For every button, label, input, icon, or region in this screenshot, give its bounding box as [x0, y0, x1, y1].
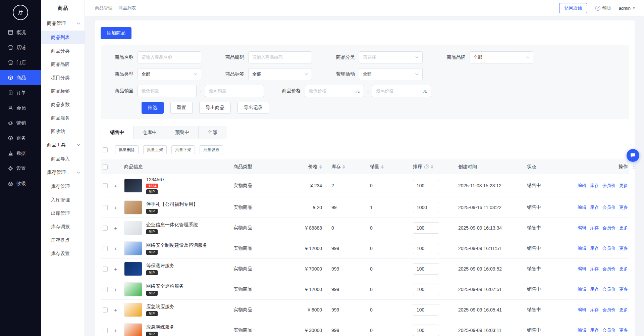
sort-order-input[interactable]	[413, 325, 439, 336]
expand-row-button[interactable]: +	[114, 183, 117, 189]
expand-row-button[interactable]: +	[114, 287, 117, 292]
tab-全部[interactable]: 全部	[198, 126, 226, 139]
sort-arrows-icon[interactable]	[431, 165, 433, 169]
filter-select-商品分类[interactable]: 请选择	[359, 51, 423, 63]
product-name[interactable]: 网络安全制度建设及咨询服务	[146, 242, 207, 248]
row-checkbox[interactable]	[103, 328, 108, 333]
product-name[interactable]: 企业信息一体化管理系统	[146, 222, 198, 228]
sidebar-item-订单[interactable]: 订单	[0, 85, 41, 100]
batch-button-批量上架[interactable]: 批量上架	[143, 145, 167, 154]
row-checkbox[interactable]	[103, 246, 108, 251]
expand-row-button[interactable]: +	[114, 328, 117, 333]
row-action-更多[interactable]: 更多	[619, 266, 628, 272]
row-action-编辑[interactable]: 编辑	[578, 266, 586, 272]
expand-row-button[interactable]: +	[114, 225, 117, 231]
product-name[interactable]: 等保测评服务	[146, 263, 174, 269]
row-action-更多[interactable]: 更多	[619, 327, 628, 333]
submenu-item-库存调拨[interactable]: 库存调拨	[41, 220, 85, 233]
tab-仓库中[interactable]: 仓库中	[133, 126, 166, 139]
expand-row-button[interactable]: +	[114, 266, 117, 272]
expand-row-button[interactable]: +	[114, 307, 117, 313]
submenu-item-商品品牌[interactable]: 商品品牌	[41, 57, 85, 71]
row-checkbox[interactable]	[103, 267, 108, 272]
expand-row-button[interactable]: +	[114, 205, 117, 210]
sort-order-input[interactable]	[413, 180, 439, 191]
row-action-会员价[interactable]: 会员价	[602, 183, 615, 189]
submenu-item-出库管理[interactable]: 出库管理	[41, 206, 85, 220]
row-action-更多[interactable]: 更多	[619, 204, 628, 210]
submenu-item-商品列表[interactable]: 商品列表	[41, 31, 85, 44]
submenu-item-库存设置[interactable]: 库存设置	[41, 247, 85, 260]
sidebar-item-会员[interactable]: 会员	[0, 100, 41, 115]
chat-widget-button[interactable]	[627, 149, 639, 162]
row-action-库存[interactable]: 库存	[590, 307, 599, 313]
sidebar-item-店铺[interactable]: 店铺	[0, 40, 41, 55]
row-checkbox[interactable]	[103, 183, 108, 188]
row-action-更多[interactable]: 更多	[619, 183, 628, 189]
app-logo[interactable]	[0, 0, 41, 25]
filter-button-导出商品[interactable]: 导出商品	[199, 102, 231, 114]
filter-select-商品类型[interactable]: 全部	[138, 68, 201, 80]
sidebar-item-设置[interactable]: 设置	[0, 161, 41, 176]
row-action-会员价[interactable]: 会员价	[602, 286, 615, 292]
row-action-会员价[interactable]: 会员价	[602, 204, 615, 210]
row-action-更多[interactable]: 更多	[619, 245, 628, 251]
row-action-编辑[interactable]: 编辑	[578, 245, 586, 251]
row-action-编辑[interactable]: 编辑	[578, 183, 586, 189]
column-header-排序[interactable]: 排序?	[413, 164, 458, 170]
row-action-会员价[interactable]: 会员价	[602, 327, 615, 333]
row-action-库存[interactable]: 库存	[590, 183, 599, 189]
row-action-编辑[interactable]: 编辑	[578, 286, 586, 292]
sidebar-item-数据[interactable]: 数据	[0, 146, 41, 161]
tab-预警中[interactable]: 预警中	[166, 126, 199, 139]
row-checkbox[interactable]	[103, 205, 108, 210]
row-action-库存[interactable]: 库存	[590, 286, 599, 292]
sidebar-item-财务[interactable]: 财务	[0, 131, 41, 146]
sidebar-item-商品[interactable]: 商品	[0, 70, 41, 85]
filter-button-重置[interactable]: 重置	[170, 102, 193, 114]
sort-order-input[interactable]	[413, 243, 439, 254]
help-menu[interactable]: ? 帮助	[595, 5, 611, 11]
filter-select-营销活动[interactable]: 全部	[359, 68, 423, 80]
row-action-库存[interactable]: 库存	[590, 266, 599, 272]
select-all-checkbox[interactable]	[103, 147, 108, 152]
filter-input-商品编码[interactable]: 请输入商品编码	[248, 51, 312, 63]
column-header-销量[interactable]: 销量	[363, 164, 413, 170]
submenu-item-商品服务[interactable]: 商品服务	[41, 111, 85, 125]
submenu-item-商品导入[interactable]: 商品导入	[41, 152, 85, 165]
filter-input-max-商品价格[interactable]: 最高价格元	[372, 85, 431, 97]
batch-button-批量设置[interactable]: 批量设置	[200, 145, 223, 154]
row-action-库存[interactable]: 库存	[590, 204, 599, 210]
sort-arrows-icon[interactable]	[319, 165, 322, 169]
row-action-会员价[interactable]: 会员价	[602, 245, 615, 251]
row-action-更多[interactable]: 更多	[619, 307, 628, 313]
filter-input-min-商品销量[interactable]: 最低销量	[138, 85, 197, 97]
submenu-item-商品分类[interactable]: 商品分类	[41, 44, 85, 57]
submenu-item-入库管理[interactable]: 入库管理	[41, 193, 85, 206]
submenu-item-库存管理[interactable]: 库存管理	[41, 180, 85, 193]
sidebar-item-营销[interactable]: 营销	[0, 115, 41, 131]
product-name[interactable]: 应急演练服务	[146, 324, 174, 330]
row-action-会员价[interactable]: 会员价	[602, 225, 615, 231]
product-name[interactable]: 应急响应服务	[146, 304, 174, 310]
filter-select-商品标签[interactable]: 全部	[248, 68, 312, 80]
filter-input-商品名称[interactable]: 请输入商品名称	[138, 51, 201, 63]
widget-drag-handle-icon[interactable]	[632, 164, 636, 170]
filter-button-导出记录[interactable]: 导出记录	[237, 102, 269, 114]
row-action-库存[interactable]: 库存	[590, 225, 599, 231]
sort-order-input[interactable]	[413, 284, 439, 295]
column-header-价格[interactable]: 价格	[284, 164, 324, 170]
submenu-item-商品标签[interactable]: 商品标签	[41, 84, 85, 98]
row-action-更多[interactable]: 更多	[619, 225, 628, 231]
row-checkbox[interactable]	[103, 226, 108, 231]
row-action-库存[interactable]: 库存	[590, 245, 599, 251]
row-checkbox[interactable]	[103, 287, 108, 292]
batch-button-批量下架[interactable]: 批量下架	[171, 145, 195, 154]
product-name[interactable]: 网络安全巡检服务	[146, 283, 184, 289]
submenu-item-项目分类[interactable]: 项目分类	[41, 71, 85, 84]
row-action-库存[interactable]: 库存	[590, 327, 599, 333]
filter-input-min-商品价格[interactable]: 最低价格元	[305, 85, 364, 97]
sort-arrows-icon[interactable]	[342, 165, 345, 169]
sidebar-item-收银[interactable]: 收银	[0, 176, 41, 191]
column-header-库存[interactable]: 库存	[324, 164, 363, 170]
